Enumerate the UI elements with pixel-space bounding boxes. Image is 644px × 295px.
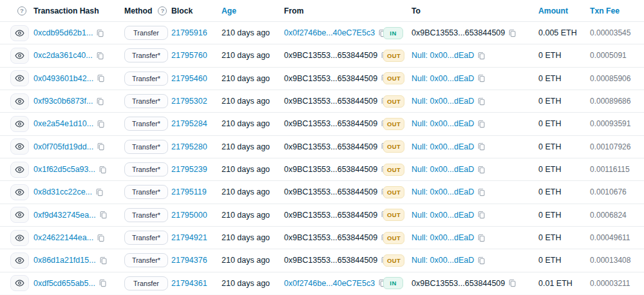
direction-badge: OUT <box>383 254 404 267</box>
tx-preview-button[interactable] <box>10 116 29 132</box>
tx-preview-button[interactable] <box>10 93 29 109</box>
block-link[interactable]: 21794376 <box>171 256 207 265</box>
copy-icon[interactable] <box>477 97 486 106</box>
tx-hash-link[interactable]: 0x8d31cc22ce... <box>33 187 92 196</box>
question-circle-icon[interactable]: ? <box>17 6 26 15</box>
copy-icon[interactable] <box>97 142 105 151</box>
copy-icon[interactable] <box>477 234 486 242</box>
tx-preview-button[interactable] <box>10 70 29 86</box>
copy-icon[interactable] <box>508 29 516 37</box>
block-link[interactable]: 21795239 <box>171 165 207 174</box>
tx-hash-link[interactable]: 0xc2da361c40... <box>33 51 93 60</box>
from-address[interactable]: 0x9BC13553...653844509 <box>284 74 377 83</box>
copy-icon[interactable] <box>96 97 104 106</box>
question-circle-icon[interactable]: ? <box>158 6 167 15</box>
from-address[interactable]: 0x9BC13553...653844509 <box>284 187 377 196</box>
block-link[interactable]: 21795760 <box>171 51 207 60</box>
from-address[interactable]: 0x9BC13553...653844509 <box>284 51 377 60</box>
amount-text: 0 ETH <box>538 165 590 174</box>
to-address[interactable]: Null: 0x00...dEaD <box>412 165 474 174</box>
tx-hash-link[interactable]: 0x24622144ea... <box>33 233 93 242</box>
tx-hash-link[interactable]: 0x0493601b42... <box>33 74 93 83</box>
copy-icon[interactable] <box>97 74 105 82</box>
tx-hash-link[interactable]: 0x1f62d5c5a93... <box>33 165 95 174</box>
tx-preview-button[interactable] <box>10 207 29 223</box>
block-link[interactable]: 21795302 <box>171 97 207 106</box>
txn-fee-text: 0.0010676 <box>590 187 634 196</box>
block-link[interactable]: 21795280 <box>171 142 207 151</box>
from-address[interactable]: 0x0f2746be...40eC7E5c3 <box>284 28 375 37</box>
to-address[interactable]: 0x9BC13553...653844509 <box>412 28 505 37</box>
copy-icon[interactable] <box>477 166 486 174</box>
tx-preview-button[interactable] <box>10 138 29 155</box>
tx-hash-link[interactable]: 0x86d1a21fd15... <box>33 256 96 265</box>
tx-hash-link[interactable]: 0xf93c0b6873f... <box>33 97 93 106</box>
method-badge: Transfer* <box>124 253 168 267</box>
to-address[interactable]: Null: 0x00...dEaD <box>412 187 474 196</box>
copy-icon[interactable] <box>96 29 104 37</box>
to-address[interactable]: Null: 0x00...dEaD <box>412 97 474 106</box>
tx-hash-link[interactable]: 0xe2a54e1d10... <box>33 119 93 128</box>
to-address[interactable]: Null: 0x00...dEaD <box>412 256 474 265</box>
copy-icon[interactable] <box>477 188 486 196</box>
tx-hash-link[interactable]: 0xdf5cd655ab5... <box>33 279 95 288</box>
copy-icon[interactable] <box>477 142 486 151</box>
header-txnfee-sort[interactable]: Txn Fee <box>590 6 634 15</box>
copy-icon[interactable] <box>97 120 105 128</box>
tx-hash-link[interactable]: 0x0f705fd19dd... <box>33 142 93 151</box>
copy-icon[interactable] <box>97 234 105 242</box>
copy-icon[interactable] <box>99 166 107 174</box>
from-address[interactable]: 0x9BC13553...653844509 <box>284 256 377 265</box>
to-address[interactable]: 0x9BC13553...653844509 <box>412 279 505 288</box>
block-link[interactable]: 21795000 <box>171 211 207 220</box>
copy-icon[interactable] <box>99 211 108 219</box>
block-link[interactable]: 21795284 <box>171 119 207 128</box>
from-address[interactable]: 0x9BC13553...653844509 <box>284 142 377 151</box>
tx-preview-button[interactable] <box>10 230 29 246</box>
copy-icon[interactable] <box>477 211 486 219</box>
direction-badge: OUT <box>383 118 404 130</box>
tx-preview-button[interactable] <box>10 48 29 64</box>
tx-preview-button[interactable] <box>10 184 29 200</box>
age-text: 210 days ago <box>222 28 270 37</box>
amount-text: 0 ETH <box>538 119 590 128</box>
to-address[interactable]: Null: 0x00...dEaD <box>412 119 474 128</box>
copy-icon[interactable] <box>99 256 108 265</box>
block-link[interactable]: 21795460 <box>171 74 207 83</box>
copy-icon[interactable] <box>477 52 486 60</box>
block-link[interactable]: 21794921 <box>171 233 207 242</box>
header-amount-sort[interactable]: Amount <box>538 6 590 15</box>
from-address[interactable]: 0x9BC13553...653844509 <box>284 165 377 174</box>
block-link[interactable]: 21795119 <box>171 187 207 196</box>
copy-icon[interactable] <box>508 279 516 287</box>
copy-icon[interactable] <box>477 256 486 265</box>
tx-preview-button[interactable] <box>10 275 29 291</box>
copy-icon[interactable] <box>99 279 107 287</box>
copy-icon[interactable] <box>96 52 104 60</box>
tx-preview-button[interactable] <box>10 252 29 269</box>
tx-hash-link[interactable]: 0xf9d432745ea... <box>33 211 96 220</box>
age-text: 210 days ago <box>222 97 270 106</box>
block-link[interactable]: 21794361 <box>171 279 207 288</box>
to-address[interactable]: Null: 0x00...dEaD <box>412 211 474 220</box>
block-link[interactable]: 21795916 <box>171 28 207 37</box>
tx-preview-button[interactable] <box>10 25 29 41</box>
method-badge: Transfer* <box>124 185 168 199</box>
age-text: 210 days ago <box>222 187 270 196</box>
to-address[interactable]: Null: 0x00...dEaD <box>412 233 474 242</box>
tx-preview-button[interactable] <box>10 162 29 178</box>
copy-icon[interactable] <box>95 188 104 196</box>
copy-icon[interactable] <box>477 74 486 82</box>
from-address[interactable]: 0x9BC13553...653844509 <box>284 211 377 220</box>
to-address[interactable]: Null: 0x00...dEaD <box>412 74 474 83</box>
from-address[interactable]: 0x9BC13553...653844509 <box>284 119 377 128</box>
from-address[interactable]: 0x9BC13553...653844509 <box>284 233 377 242</box>
from-address[interactable]: 0x9BC13553...653844509 <box>284 97 377 106</box>
copy-icon[interactable] <box>477 120 486 128</box>
eye-icon <box>15 210 24 220</box>
tx-hash-link[interactable]: 0xcdb95d62b1... <box>33 28 93 37</box>
to-address[interactable]: Null: 0x00...dEaD <box>412 142 474 151</box>
to-address[interactable]: Null: 0x00...dEaD <box>412 51 474 60</box>
header-age-sort[interactable]: Age <box>222 6 284 15</box>
from-address[interactable]: 0x0f2746be...40eC7E5c3 <box>284 279 375 288</box>
